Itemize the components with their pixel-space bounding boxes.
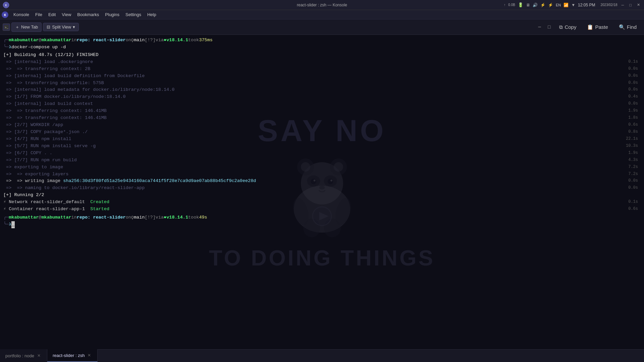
tab-label-react-slider: react-slider : zsh: [53, 353, 85, 358]
bluetooth-icon: ⚡: [548, 3, 553, 7]
output-line-running: [+] Running 2/2: [3, 192, 641, 199]
network-up-icon: ↑: [504, 3, 505, 7]
clock: 12:05 PM: [578, 3, 595, 7]
min-btn[interactable]: ─: [620, 3, 626, 7]
output-line-11: => [3/7] COPY package*.json ./ 0.8s: [3, 129, 641, 136]
menu-file[interactable]: File: [33, 11, 45, 18]
prompt-line-2: ╭─ mkabumattar@mkabumattar in repo: reac…: [3, 214, 641, 221]
output-line-3: => [internal] load build definition from…: [3, 73, 641, 80]
close-btn[interactable]: ✕: [636, 3, 641, 7]
output-line-17: => => exporting layers 7.2s: [3, 171, 641, 178]
expand-icon: ▼: [571, 3, 575, 7]
tab-close-react-slider[interactable]: ✕: [87, 352, 92, 358]
terminal-indicator: >_: [3, 23, 10, 31]
menu-bookmarks[interactable]: Bookmarks: [74, 11, 102, 18]
output-line-1: => [internal] load .dockerignore 0.1s: [3, 59, 641, 66]
output-line-12: => [4/7] RUN npm install 22.1s: [3, 136, 641, 143]
speaker-icon: 🔊: [533, 3, 538, 7]
minimize-icon[interactable]: ─: [536, 23, 544, 31]
tab-close-portfolio[interactable]: ✕: [36, 353, 42, 359]
tab-label-portfolio: portfolio : node: [5, 353, 34, 358]
monitor-icon: 🖥: [526, 3, 530, 7]
paste-button[interactable]: 📋 Paste: [582, 23, 612, 32]
output-line-13: => [5/7] RUN npm install serve -g 10.3s: [3, 143, 641, 150]
terminal-icon: >_: [4, 25, 9, 29]
split-icon: ⊟: [47, 24, 50, 29]
output-line-16: => exporting to image 7.2s: [3, 164, 641, 171]
output-line-14: => [6/7] COPY . . 1.9s: [3, 150, 641, 157]
tabbar: portfolio : node ✕ react-slider : zsh ✕: [0, 349, 644, 362]
output-line-building: [+] Building 48.7s (12/12) FINISHED: [3, 52, 641, 59]
titlebar-right: ↑ 0.0B 🔋 🖥 🔊 ⚡ ⚡ EN 📶 ▼ 12:05 PM 2023/02…: [504, 2, 641, 7]
output-line-network: ⚡ Network react-slider_default Created 0…: [3, 199, 641, 206]
output-line-15: => [7/7] RUN npm run build 4.3s: [3, 157, 641, 164]
titlebar: K react-slider : zsh — Konsole ↑ 0.0B 🔋 …: [0, 0, 644, 10]
locale-text: EN: [556, 3, 561, 7]
chevron-down-icon: ▾: [73, 24, 75, 29]
menu-plugins[interactable]: Plugins: [102, 11, 122, 18]
find-button[interactable]: 🔍 Find: [614, 23, 641, 32]
tab-react-slider-zsh[interactable]: react-slider : zsh ✕: [47, 349, 98, 362]
output-line-8: => => transferring context: 146.41MB 1.9…: [3, 108, 641, 115]
watermark-line2: TO DOING THINGS: [209, 245, 435, 270]
output-line-10: => [2/7] WORKDIR /app 0.6s: [3, 122, 641, 129]
output-line-container: ⚡ Container react-slider-app-1 Started 0…: [3, 206, 641, 213]
wifi-icon: 📶: [564, 3, 569, 7]
prompt-line-2-cursor: ╰─λ _: [3, 221, 641, 228]
output-line-2: => => transferring context: 2B 0.0s: [3, 66, 641, 73]
titlebar-left: K: [3, 2, 9, 8]
prompt-line-1: ╭─ mkabumattar@mkabumattar in repo: reac…: [3, 37, 641, 44]
output-line-9: => => transferring context: 146.41MB 1.8…: [3, 115, 641, 122]
menubar: K Konsole File Edit View Bookmarks Plugi…: [0, 10, 644, 19]
date: 2023/02/18: [600, 3, 617, 7]
output-line-7: => [internal] load build context 0.0s: [3, 101, 641, 108]
max-btn[interactable]: □: [628, 3, 633, 7]
menu-konsole[interactable]: Konsole: [11, 11, 32, 18]
toolbar: >_ ＋ New Tab ⊟ Split View ▾ ─ □ ⧉ Copy 📋…: [0, 19, 644, 35]
copy-button[interactable]: ⧉ Copy: [554, 23, 581, 32]
search-icon: 🔍: [619, 24, 625, 30]
svg-text:K: K: [5, 4, 7, 7]
terminal-area[interactable]: SAY NO: [0, 35, 644, 349]
output-line-5: => [internal] load metadata for docker.i…: [3, 86, 641, 94]
window-title: react-slider : zsh — Konsole: [297, 3, 347, 7]
menu-help[interactable]: Help: [145, 11, 159, 18]
prompt-line-2-wrapper: ╭─ mkabumattar@mkabumattar in repo: reac…: [3, 214, 641, 228]
output-line-4: => => transferring dockerfile: 575B 0.0s: [3, 80, 641, 87]
plus-icon: ＋: [15, 24, 19, 30]
svg-text:>_: >_: [5, 26, 8, 29]
paste-icon: 📋: [587, 24, 593, 30]
copy-icon: ⧉: [559, 24, 563, 30]
battery-icon: 🔋: [518, 2, 523, 7]
menu-settings[interactable]: Settings: [123, 11, 144, 18]
battery2-icon: ⚡: [540, 3, 545, 7]
svg-text:K: K: [4, 13, 6, 17]
cursor: _: [11, 221, 15, 228]
konsole-logo: K: [1, 11, 9, 18]
output-line-18: => => writing image sha256:30d3f80fd51a2…: [3, 178, 641, 185]
output-line-19: => => naming to docker.io/library/react-…: [3, 185, 641, 192]
terminal-content: ╭─ mkabumattar@mkabumattar in repo: reac…: [0, 35, 644, 230]
new-tab-button[interactable]: ＋ New Tab: [11, 22, 42, 32]
menu-edit[interactable]: Edit: [46, 11, 58, 18]
battery-text: 0.0B: [508, 3, 515, 7]
app-icon: K: [3, 2, 9, 8]
restore-icon[interactable]: □: [545, 23, 553, 31]
tab-portfolio-node[interactable]: portfolio : node ✕: [0, 349, 47, 362]
output-line-6: => [1/7] FROM docker.io/library/node:18.…: [3, 94, 641, 101]
menu-view[interactable]: View: [59, 11, 74, 18]
split-view-button[interactable]: ⊟ Split View ▾: [43, 23, 79, 31]
command-line-1: ╰─λ docker-compose up -d: [3, 44, 641, 51]
